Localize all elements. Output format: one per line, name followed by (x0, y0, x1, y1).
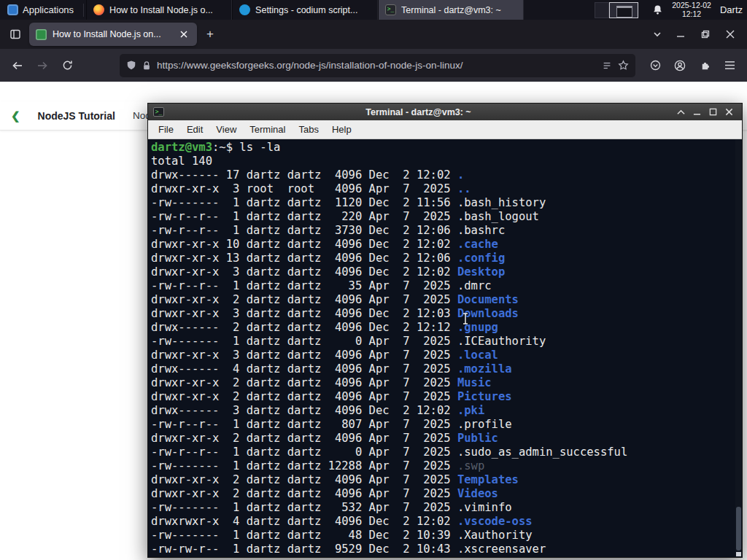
terminal-menu-terminal[interactable]: Terminal (243, 122, 292, 137)
listing-columns: drwxr-xr-x 2 dartz dartz 4096 Apr 7 2025 (151, 473, 457, 486)
terminal-output-line: drwxr-xr-x 3 dartz dartz 4096 Dec 2 12:0… (151, 307, 735, 321)
workspace-2-active[interactable] (609, 2, 638, 18)
listing-columns: drwxr-xr-x 2 dartz dartz 4096 Apr 7 2025 (151, 487, 457, 500)
terminal-output-line: -rw-r--r-- 1 dartz dartz 807 Apr 7 2025 … (151, 418, 735, 432)
listing-columns: drwxr-xr-x 3 root root 4096 Apr 7 2025 (151, 182, 457, 195)
directory-name: Desktop (457, 265, 505, 279)
terminal-output-line: drwxr-xr-x 2 dartz dartz 4096 Apr 7 2025… (151, 487, 735, 501)
list-all-tabs-icon[interactable] (646, 23, 668, 45)
terminal-output-line: -rw------- 1 dartz dartz 12288 Apr 7 202… (151, 459, 735, 473)
terminal-window-controls (673, 105, 737, 120)
site-nav-current[interactable]: NodeJS Tutorial (38, 110, 115, 122)
terminal-maximize-icon[interactable] (705, 105, 721, 120)
terminal-output-line: drwxr-xr-x 3 root root 4096 Apr 7 2025 .… (151, 182, 735, 196)
tab-close-icon[interactable] (177, 28, 190, 41)
listing-columns: drwxr-xr-x 2 dartz dartz 4096 Apr 7 2025 (151, 390, 457, 403)
terminal-screen[interactable]: dartz@vm3:~$ ls -la total 140drwx------ … (148, 139, 742, 557)
listing-columns: -rw------- 1 dartz dartz 532 Apr 7 2025 (151, 501, 457, 514)
terminal-output-line: -rw-r--r-- 1 dartz dartz 3730 Dec 2 12:0… (151, 224, 735, 238)
bookmark-star-icon[interactable] (618, 60, 629, 71)
terminal-title-bar[interactable]: >_ Terminal - dartz@vm3: ~ (148, 104, 742, 120)
terminal-scrollbar[interactable] (735, 139, 742, 557)
listing-columns: -rw------- 1 dartz dartz 48 Dec 2 10:39 (151, 529, 457, 542)
listing-columns: -rw-rw-r-- 1 dartz dartz 9529 Dec 2 10:4… (151, 542, 457, 556)
file-name: .viminfo (457, 501, 512, 514)
applications-menu-button[interactable]: Applications (0, 0, 81, 20)
firefox-view-icon[interactable] (4, 23, 26, 45)
taskbar-window-list: How to Install Node.js o...Settings - co… (86, 0, 524, 20)
terminal-menu-tabs[interactable]: Tabs (292, 122, 325, 137)
terminal-shade-icon[interactable] (673, 105, 689, 120)
directory-name: .mozilla (457, 362, 512, 376)
workspace-pager[interactable] (595, 2, 638, 18)
terminal-close-icon[interactable] (721, 105, 737, 120)
terminal-minimize-icon[interactable] (689, 105, 705, 120)
url-bar[interactable]: https://www.geeksforgeeks.org/node-js/in… (120, 54, 635, 77)
file-name: .xscreensaver (457, 542, 546, 556)
browser-tab-active[interactable]: How to Install Node.js on... (29, 23, 197, 46)
file-name: .bash_history (457, 196, 546, 209)
terminal-resize-grip[interactable] (736, 552, 741, 556)
tab-title: How to Install Node.js on... (53, 29, 171, 39)
terminal-output-line: -rw------- 1 dartz dartz 532 Apr 7 2025 … (151, 501, 735, 515)
notifications-bell-icon[interactable] (649, 4, 666, 15)
listing-columns: -rw-r--r-- 1 dartz dartz 0 Apr 7 2025 (151, 446, 457, 459)
terminal-output-line: drwx------ 3 dartz dartz 4096 Dec 2 12:0… (151, 404, 735, 418)
listing-columns: drwxrwxr-x 4 dartz dartz 4096 Dec 2 12:0… (151, 515, 457, 528)
terminal-output-line: drwx------ 4 dartz dartz 4096 Apr 7 2025… (151, 362, 735, 376)
panel-clock[interactable]: 2025-12-02 12:12 (672, 1, 711, 18)
extensions-icon[interactable] (692, 54, 717, 77)
listing-columns: -rw-r--r-- 1 dartz dartz 807 Apr 7 2025 (151, 418, 457, 431)
top-panel: Applications How to Install Node.js o...… (0, 0, 747, 20)
listing-columns: -rw------- 1 dartz dartz 12288 Apr 7 202… (151, 459, 457, 472)
terminal-output-line: drwxr-xr-x 2 dartz dartz 4096 Apr 7 2025… (151, 473, 735, 487)
browser-restore-icon[interactable] (693, 23, 718, 45)
prompt-user-host: dartz@vm3 (151, 141, 212, 154)
new-tab-button[interactable]: + (200, 24, 220, 44)
terminal-menu-bar: FileEditViewTerminalTabsHelp (148, 120, 742, 139)
listing-columns: drwx------ 2 dartz dartz 4096 Dec 2 12:1… (151, 321, 457, 334)
back-button-icon[interactable] (5, 54, 30, 77)
listing-columns: -rw------- 1 dartz dartz 1120 Dec 2 11:5… (151, 196, 457, 209)
pocket-save-icon[interactable] (643, 54, 667, 77)
tracking-shield-icon[interactable] (126, 60, 136, 71)
terminal-menu-file[interactable]: File (152, 122, 180, 137)
clock-date: 2025-12-02 (672, 1, 711, 10)
desktop: Applications How to Install Node.js o...… (0, 0, 747, 560)
mouse-cursor-ibeam (461, 312, 470, 325)
listing-columns: drwx------ 3 dartz dartz 4096 Dec 2 12:0… (151, 404, 457, 417)
url-text[interactable]: https://www.geeksforgeeks.org/node-js/in… (157, 60, 596, 71)
listing-columns: drwxr-xr-x 3 dartz dartz 4096 Dec 2 12:0… (151, 265, 457, 279)
browser-nav-toolbar: https://www.geeksforgeeks.org/node-js/in… (0, 49, 747, 82)
menu-hamburger-icon[interactable] (717, 54, 742, 77)
directory-name: Documents (457, 293, 519, 306)
terminal-menu-help[interactable]: Help (325, 122, 358, 137)
forward-button-icon[interactable] (30, 54, 55, 77)
terminal-menu-view[interactable]: View (209, 122, 243, 137)
file-name: .swp (457, 459, 484, 472)
terminal-scrollbar-thumb[interactable] (736, 507, 741, 551)
terminal-output-line: drwxrwxr-x 4 dartz dartz 4096 Dec 2 12:0… (151, 515, 735, 529)
applications-menu-icon (7, 4, 18, 15)
browser-close-icon[interactable] (718, 23, 743, 45)
taskbar-window-button[interactable]: Settings - codium script... (232, 0, 378, 20)
taskbar-window-button[interactable]: How to Install Node.js o... (86, 0, 232, 20)
reload-button-icon[interactable] (55, 54, 80, 77)
browser-minimize-icon[interactable] (668, 23, 693, 45)
reader-mode-icon[interactable] (602, 61, 612, 71)
taskbar-window-button[interactable]: >_Terminal - dartz@vm3: ~ (378, 0, 524, 20)
terminal-output-line: drwxr-xr-x 3 dartz dartz 4096 Apr 7 2025… (151, 349, 735, 362)
account-icon[interactable] (667, 54, 692, 77)
file-name: .ICEauthority (457, 335, 546, 348)
terminal-menu-edit[interactable]: Edit (180, 122, 209, 137)
terminal-output-line: drwxr-xr-x 13 dartz dartz 4096 Dec 2 12:… (151, 252, 735, 265)
browser-tab-bar: How to Install Node.js on... + (0, 20, 747, 49)
directory-name: .local (457, 349, 498, 362)
listing-columns: drwx------ 4 dartz dartz 4096 Apr 7 2025 (151, 362, 457, 376)
nav-scroll-left-icon[interactable]: ❮ (11, 109, 20, 122)
workspace-1[interactable] (595, 2, 609, 18)
terminal-output-line: drwx------ 17 dartz dartz 4096 Dec 2 12:… (151, 168, 735, 182)
terminal-output-line: -rw------- 1 dartz dartz 1120 Dec 2 11:5… (151, 196, 735, 210)
toolbar-right-icons (643, 54, 742, 77)
connection-lock-icon[interactable] (142, 61, 151, 71)
